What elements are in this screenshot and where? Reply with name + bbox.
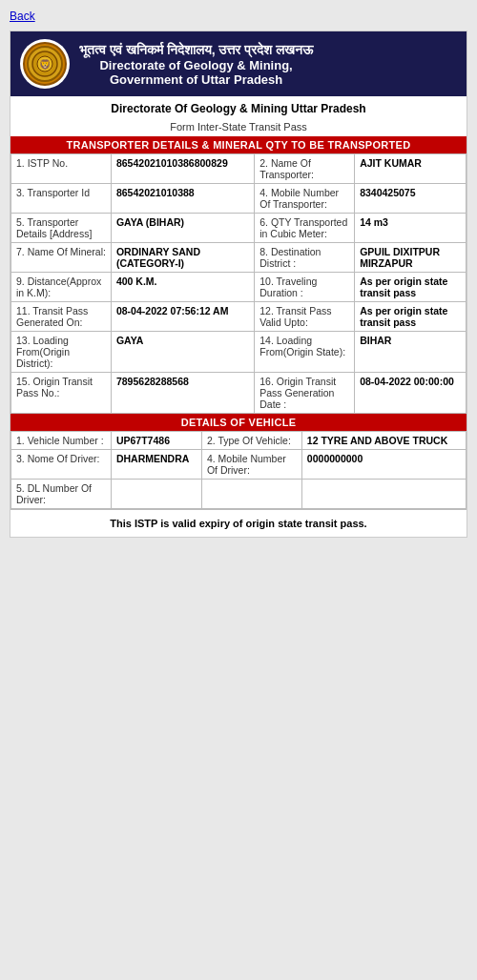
field-value: ORDINARY SAND (CATEGORY-I): [111, 243, 254, 273]
svg-text:🦁: 🦁: [39, 58, 52, 71]
field-label: 16. Origin Transit Pass Generation Date …: [255, 373, 355, 414]
table-row: 11. Transit Pass Generated On: 08-04-202…: [11, 302, 467, 332]
table-row: 1. Vehicle Number : UP67T7486 2. Type Of…: [11, 432, 467, 450]
empty-cell: [301, 480, 466, 509]
field-value: 86542021010386800829: [111, 154, 254, 184]
table-row: 13. Loading From(Origin District): GAYA …: [11, 332, 467, 373]
table-row: 3. Nome Of Driver: DHARMENDRA 4. Mobile …: [11, 450, 467, 480]
field-label: 2. Name Of Transporter:: [255, 154, 355, 184]
vehicle-table: 1. Vehicle Number : UP67T7486 2. Type Of…: [10, 431, 467, 509]
logo-emblem: 🦁: [23, 42, 67, 86]
section2-header: Details Of Vehicle: [10, 414, 467, 431]
field-value: 86542021010388: [111, 184, 254, 214]
field-label: 3. Transporter Id: [11, 184, 112, 214]
field-value: 7895628288568: [111, 373, 254, 414]
section1-header: Transporter Details & Mineral QTY to be …: [10, 136, 467, 153]
field-value: 14 m3: [355, 214, 467, 243]
table-row: 9. Distance(Approx in K.M): 400 K.M. 10.…: [11, 273, 467, 302]
field-label: 4. Mobile Number Of Transporter:: [255, 184, 355, 214]
field-value: 0000000000: [301, 450, 466, 480]
table-row: 5. DL Number Of Driver:: [11, 480, 467, 509]
table-row: 3. Transporter Id 86542021010388 4. Mobi…: [11, 184, 467, 214]
field-value: As per origin state transit pass: [355, 302, 467, 332]
header-text-block: भूतत्व एवं खनिकर्म निदेशालय, उत्तर प्रदे…: [79, 42, 313, 87]
field-value: DHARMENDRA: [111, 450, 201, 480]
field-label: 3. Nome Of Driver:: [11, 450, 112, 480]
field-label: 5. DL Number Of Driver:: [11, 480, 112, 509]
field-label: 11. Transit Pass Generated On:: [11, 302, 112, 332]
field-label: 8. Destination District :: [255, 243, 355, 273]
main-card: 🦁 भूतत्व एवं खनिकर्म निदेशालय, उत्तर प्र…: [10, 31, 467, 538]
field-label: 7. Name Of Mineral:: [11, 243, 112, 273]
field-value: GAYA (BIHAR): [111, 214, 254, 243]
empty-cell: [201, 480, 301, 509]
field-label: 2. Type Of Vehicle:: [201, 432, 301, 450]
field-value: 12 TYRE AND ABOVE TRUCK: [301, 432, 466, 450]
sub-header: Directorate Of Geology & Mining Uttar Pr…: [10, 96, 467, 121]
table-row: 1. ISTP No. 86542021010386800829 2. Name…: [11, 154, 467, 184]
form-title: Form Inter-State Transit Pass: [10, 121, 467, 136]
field-label: 6. QTY Transported in Cubic Meter:: [255, 214, 355, 243]
back-link[interactable]: Back: [10, 10, 467, 23]
header-line2: Government of Uttar Pradesh: [79, 72, 313, 87]
logo: 🦁: [20, 39, 70, 89]
field-value: 400 K.M.: [111, 273, 254, 302]
field-value: 08-04-2022 00:00:00: [355, 373, 467, 414]
field-label: 14. Loading From(Origin State):: [255, 332, 355, 373]
field-label: 5. Transporter Details [Address]: [11, 214, 112, 243]
table-row: 7. Name Of Mineral: ORDINARY SAND (CATEG…: [11, 243, 467, 273]
field-value: 8340425075: [355, 184, 467, 214]
field-label: 12. Transit Pass Valid Upto:: [255, 302, 355, 332]
field-value: 08-04-2022 07:56:12 AM: [111, 302, 254, 332]
footer-note: This ISTP is valid expiry of origin stat…: [10, 509, 467, 537]
field-value: BIHAR: [355, 332, 467, 373]
field-label: 15. Origin Transit Pass No.:: [11, 373, 112, 414]
field-label: 1. ISTP No.: [11, 154, 112, 184]
field-value: GAYA: [111, 332, 254, 373]
field-value: GPUIL DIXITPUR MIRZAPUR: [355, 243, 467, 273]
header-line1: Directorate of Geology & Mining,: [79, 58, 313, 72]
header-section: 🦁 भूतत्व एवं खनिकर्म निदेशालय, उत्तर प्र…: [10, 31, 467, 96]
field-value: As per origin state transit pass: [355, 273, 467, 302]
field-label: 13. Loading From(Origin District):: [11, 332, 112, 373]
field-value: AJIT KUMAR: [355, 154, 467, 184]
field-label: 1. Vehicle Number :: [11, 432, 112, 450]
field-label: 9. Distance(Approx in K.M):: [11, 273, 112, 302]
field-label: 10. Traveling Duration :: [255, 273, 355, 302]
field-value: [111, 480, 201, 509]
table-row: 5. Transporter Details [Address] GAYA (B…: [11, 214, 467, 243]
field-label: 4. Mobile Number Of Driver:: [201, 450, 301, 480]
table-row: 15. Origin Transit Pass No.: 78956282885…: [11, 373, 467, 414]
field-value: UP67T7486: [111, 432, 201, 450]
transporter-table: 1. ISTP No. 86542021010386800829 2. Name…: [10, 153, 467, 414]
header-hindi: भूतत्व एवं खनिकर्म निदेशालय, उत्तर प्रदे…: [79, 42, 313, 58]
